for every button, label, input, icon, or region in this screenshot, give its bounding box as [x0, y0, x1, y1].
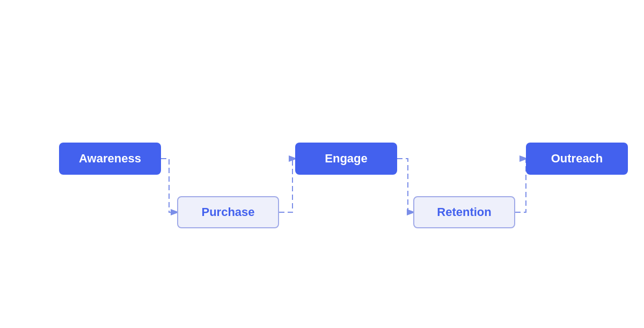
- purchase-node[interactable]: Purchase: [177, 196, 279, 228]
- journey-diagram: Awareness Purchase Engage Retention Outr…: [27, 78, 617, 250]
- outreach-label: Outreach: [551, 152, 603, 166]
- awareness-label: Awareness: [79, 152, 141, 166]
- engage-label: Engage: [325, 152, 367, 166]
- retention-node[interactable]: Retention: [413, 196, 515, 228]
- engage-node[interactable]: Engage: [295, 143, 397, 175]
- retention-label: Retention: [437, 205, 491, 219]
- purchase-label: Purchase: [201, 205, 254, 219]
- outreach-node[interactable]: Outreach: [526, 143, 628, 175]
- awareness-node[interactable]: Awareness: [59, 143, 161, 175]
